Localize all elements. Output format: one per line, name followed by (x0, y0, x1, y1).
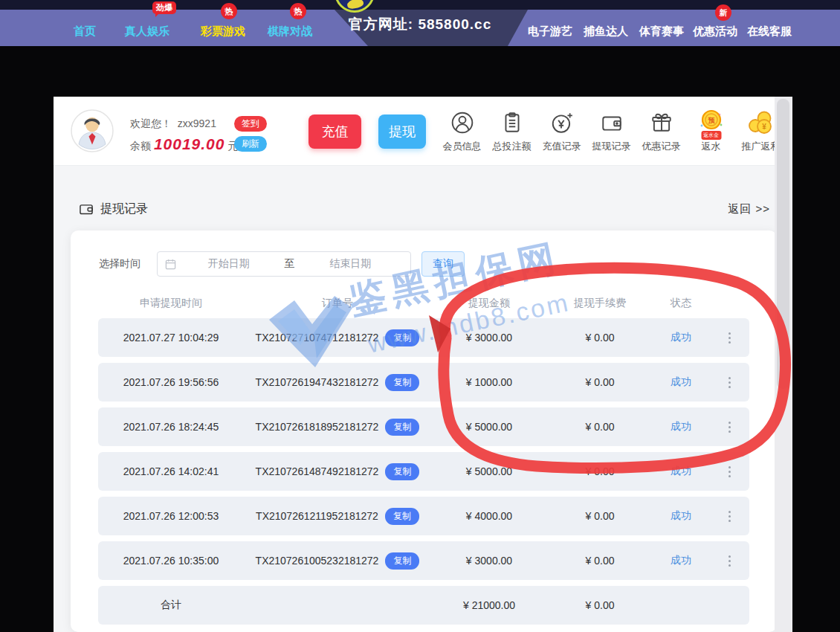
top-dark-strip (0, 0, 840, 10)
nav-item-lottery[interactable]: 彩票游戏 (201, 25, 245, 39)
new-badge-promos: 新 (715, 4, 731, 21)
welcome-text: 欢迎您！ zxx9921 (130, 117, 216, 131)
wallet-icon (78, 201, 94, 217)
nav-item-fishing[interactable]: 捕鱼达人 (584, 25, 628, 39)
nav-item-chess[interactable]: 棋牌对战 (268, 25, 312, 39)
table-row: 2021.07.26 12:00:53 TX210726121195218127… (98, 497, 749, 535)
quick-icon-rebate[interactable]: 预 返水金 返水 (686, 108, 736, 153)
status-badge: 成功 (653, 509, 709, 523)
date-filter-row: 选择时间 开始日期 至 结束日期 查询 (99, 251, 465, 277)
table-total-row: 合计 ¥ 21000.00 ¥ 0.00 (98, 586, 749, 625)
rebate-coin-icon: 预 返水金 (697, 108, 726, 138)
signin-button[interactable]: 签到 (234, 116, 267, 132)
order-number: TX2107261211952181272 (256, 510, 378, 522)
scrollbar-thumb[interactable] (777, 99, 789, 389)
copy-button[interactable]: 复制 (385, 374, 419, 391)
withdraw-records-card: 选择时间 开始日期 至 结束日期 查询 申请提现时间 订单号 提现金额 提现手续… (71, 230, 777, 632)
calendar-icon (165, 259, 176, 270)
scrollbar-track[interactable] (775, 97, 792, 632)
row-menu-icon[interactable] (726, 374, 734, 391)
order-number: TX2107271074712181272 (256, 332, 379, 344)
total-amount: ¥ 21000.00 (431, 599, 547, 611)
quick-icon-recharge-record[interactable]: 充值记录 (537, 108, 587, 153)
page-content: 欢迎您！ zxx9921 余额 10019.00 元 签到 刷新 充值 提现 会… (54, 97, 775, 632)
recharge-button[interactable]: 充值 (308, 115, 361, 149)
end-date-placeholder[interactable]: 结束日期 (298, 257, 404, 271)
status-badge: 成功 (653, 554, 709, 567)
back-link[interactable]: 返回 >> (728, 202, 770, 216)
balance-row: 余额 10019.00 元 (130, 135, 238, 153)
row-menu-icon[interactable] (726, 419, 734, 436)
referral-coins-icon: ¥ (746, 108, 776, 138)
withdraw-button[interactable]: 提现 (378, 115, 426, 149)
start-date-placeholder[interactable]: 开始日期 (176, 257, 282, 271)
nav-item-sports[interactable]: 体育赛事 (639, 25, 684, 39)
page-title: 提现记录 (100, 201, 148, 217)
section-header: 提现记录 (78, 201, 148, 217)
row-menu-icon[interactable] (726, 552, 734, 570)
logo-emblem (346, 0, 364, 10)
nav-item-live[interactable]: 真人娱乐 (125, 25, 169, 39)
copy-button[interactable]: 复制 (385, 508, 419, 525)
withdraw-record-icon (597, 108, 627, 138)
svg-text:预: 预 (708, 117, 715, 124)
quick-icon-promo-record[interactable]: 优惠记录 (636, 108, 686, 153)
avatar[interactable] (71, 109, 114, 152)
member-icon (448, 108, 477, 138)
copy-button[interactable]: 复制 (385, 552, 419, 570)
refresh-button[interactable]: 刷新 (234, 136, 267, 152)
nav-item-home[interactable]: 首页 (74, 25, 96, 39)
official-site-url: 官方网址: 585800.cc (312, 10, 528, 36)
status-badge: 成功 (653, 331, 709, 344)
copy-button[interactable]: 复制 (385, 419, 419, 436)
order-number: TX2107261818952181272 (256, 421, 379, 433)
hot-badge-lottery: 热 (221, 3, 237, 19)
order-number: TX2107261947432181272 (256, 376, 379, 388)
date-range-separator: 至 (282, 257, 298, 271)
hot-badge-chess: 热 (290, 3, 306, 19)
nav-item-promos[interactable]: 优惠活动 (693, 25, 737, 39)
table-header-row: 申请提现时间 订单号 提现金额 提现手续费 状态 (98, 288, 749, 318)
filter-label: 选择时间 (99, 257, 140, 271)
order-number: TX2107261005232181272 (256, 555, 379, 567)
quick-icons: 会员信息 总投注额 充值记录 (437, 108, 786, 153)
total-fee: ¥ 0.00 (547, 599, 653, 611)
order-number: TX2107261487492181272 (256, 465, 379, 477)
row-menu-icon[interactable] (726, 508, 734, 525)
balance-amount: 10019.00 (154, 135, 225, 152)
quick-icon-total-bets[interactable]: 总投注额 (487, 108, 537, 153)
withdraw-table: 申请提现时间 订单号 提现金额 提现手续费 状态 2021.07.27 10:0… (98, 288, 749, 631)
username: zxx9921 (178, 117, 216, 129)
query-button[interactable]: 查询 (421, 251, 465, 277)
quick-icon-withdraw-record[interactable]: 提现记录 (587, 108, 636, 153)
nav-item-service[interactable]: 在线客服 (747, 25, 792, 39)
nav-item-egames[interactable]: 电子游艺 (528, 25, 572, 39)
promo-record-icon (647, 108, 676, 138)
table-row: 2021.07.26 18:24:45 TX210726181895218127… (98, 407, 749, 446)
status-badge: 成功 (653, 375, 709, 389)
table-row: 2021.07.27 10:04:29 TX210727107471218127… (98, 318, 749, 357)
svg-text:¥: ¥ (762, 123, 766, 131)
hot-badge-live: 劲爆 (152, 1, 176, 14)
recharge-record-icon (547, 108, 577, 138)
bets-icon (497, 108, 527, 138)
status-badge: 成功 (653, 465, 709, 478)
user-panel: 欢迎您！ zxx9921 余额 10019.00 元 签到 刷新 充值 提现 会… (54, 97, 775, 166)
date-range-input[interactable]: 开始日期 至 结束日期 (157, 251, 411, 277)
table-row: 2021.07.26 19:56:56 TX210726194743218127… (98, 363, 749, 402)
table-row: 2021.07.26 10:35:00 TX210726100523218127… (98, 541, 749, 580)
status-badge: 成功 (653, 420, 709, 433)
quick-icon-member-info[interactable]: 会员信息 (437, 108, 487, 153)
row-menu-icon[interactable] (726, 329, 734, 346)
row-menu-icon[interactable] (726, 463, 734, 480)
table-row: 2021.07.26 14:02:41 TX210726148749218127… (98, 452, 749, 491)
copy-button[interactable]: 复制 (385, 463, 419, 480)
rebate-tag: 返水金 (701, 131, 721, 140)
copy-button[interactable]: 复制 (385, 329, 419, 346)
